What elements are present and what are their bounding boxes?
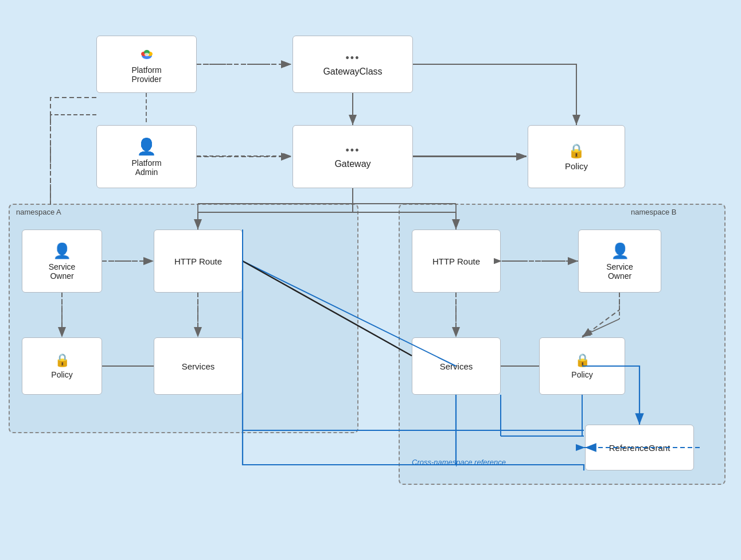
http-route-a-box: HTTP Route [154, 230, 243, 293]
person-icon-soa: 👤 [53, 242, 71, 260]
gcp-icon [138, 45, 156, 63]
services-b-box: Services [412, 337, 501, 395]
gateway-class-icon: ••• [346, 52, 360, 64]
policy-b-box: 🔒 Policy [539, 337, 625, 395]
http-route-a-label: HTTP Route [174, 256, 222, 266]
service-owner-b-label: ServiceOwner [606, 262, 633, 281]
gateway-label: Gateway [334, 159, 370, 169]
policy-top-label: Policy [565, 161, 588, 171]
svg-point-4 [145, 53, 149, 56]
lock-icon-top: 🔒 [568, 143, 585, 159]
policy-a-box: 🔒 Policy [22, 337, 102, 395]
gateway-class-box: ••• GatewayClass [292, 36, 413, 93]
services-a-label: Services [182, 361, 215, 371]
arr-provider-nsa [50, 98, 96, 205]
services-b-label: Services [440, 361, 473, 371]
policy-a-label: Policy [51, 370, 72, 379]
lock-icon-a: 🔒 [54, 353, 70, 368]
platform-provider-label: PlatformProvider [131, 65, 161, 84]
service-owner-a-box: 👤 ServiceOwner [22, 230, 102, 293]
namespace-a-label: namespace A [16, 208, 61, 216]
policy-b-label: Policy [571, 370, 592, 379]
person-icon-admin: 👤 [136, 137, 157, 156]
lock-icon-b: 🔒 [575, 353, 590, 368]
namespace-b-label: namespace B [631, 208, 677, 216]
reference-grant-label: ReferenceGrant [609, 443, 670, 453]
http-route-b-label: HTTP Route [432, 256, 480, 266]
service-owner-a-label: ServiceOwner [49, 262, 76, 281]
platform-provider-box: PlatformProvider [96, 36, 197, 93]
services-a-box: Services [154, 337, 243, 395]
gateway-class-label: GatewayClass [323, 67, 382, 77]
gateway-box: ••• Gateway [292, 125, 413, 188]
person-icon-sob: 👤 [611, 242, 629, 260]
http-route-b-box: HTTP Route [412, 230, 501, 293]
service-owner-b-box: 👤 ServiceOwner [578, 230, 661, 293]
diagram-container: namespace A namespace B PlatformProvider… [0, 0, 741, 560]
gateway-icon: ••• [346, 145, 360, 157]
reference-grant-box: ReferenceGrant [585, 425, 694, 470]
policy-top-box: 🔒 Policy [528, 125, 625, 188]
platform-admin-box: 👤 PlatformAdmin [96, 125, 197, 188]
platform-admin-label: PlatformAdmin [131, 158, 161, 177]
cross-namespace-label: Cross-namespace reference [412, 458, 506, 466]
arr-class-policy [413, 64, 576, 125]
